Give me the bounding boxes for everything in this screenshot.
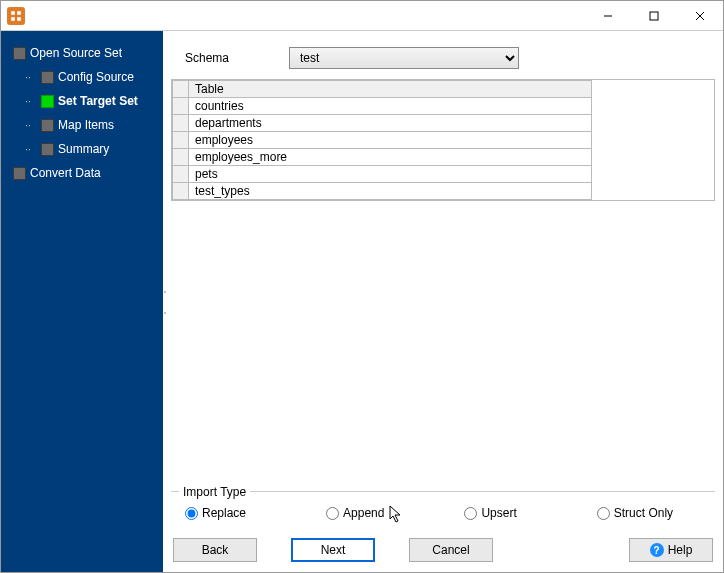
maximize-button[interactable] <box>631 1 677 31</box>
window-titlebar <box>1 1 723 31</box>
close-button[interactable] <box>677 1 723 31</box>
table-row[interactable]: pets <box>173 166 592 183</box>
sidebar-item-open-source-set[interactable]: Open Source Set <box>1 41 163 65</box>
row-header[interactable] <box>173 166 189 183</box>
row-header[interactable] <box>173 149 189 166</box>
sidebar-item-label: Summary <box>58 142 109 156</box>
import-type-radio[interactable] <box>326 507 339 520</box>
sidebar-item-label: Set Target Set <box>58 94 138 108</box>
table-row[interactable]: employees_more <box>173 149 592 166</box>
import-type-radio[interactable] <box>185 507 198 520</box>
import-type-group: Import Type ReplaceAppendUpsertStruct On… <box>171 491 715 530</box>
tables-grid[interactable]: Table countriesdepartmentsemployeesemplo… <box>171 79 715 201</box>
wizard-sidebar: Open Source Set··Config Source··Set Targ… <box>1 31 163 572</box>
minimize-button[interactable] <box>585 1 631 31</box>
sidebar-item-label: Config Source <box>58 70 134 84</box>
app-icon <box>7 7 25 25</box>
import-type-radio-label: Replace <box>202 506 246 520</box>
row-header[interactable] <box>173 132 189 149</box>
import-type-radio-label: Struct Only <box>614 506 673 520</box>
table-cell[interactable]: test_types <box>189 183 592 200</box>
svg-rect-0 <box>11 11 15 15</box>
svg-rect-2 <box>11 17 15 21</box>
next-button[interactable]: Next <box>291 538 375 562</box>
import-type-option-struct-only[interactable]: Struct Only <box>597 506 673 520</box>
row-header[interactable] <box>173 183 189 200</box>
step-node-icon <box>41 95 54 108</box>
sidebar-item-config-source[interactable]: ··Config Source <box>1 65 163 89</box>
sidebar-item-map-items[interactable]: ··Map Items <box>1 113 163 137</box>
import-type-radio[interactable] <box>464 507 477 520</box>
sidebar-item-label: Convert Data <box>30 166 101 180</box>
table-cell[interactable]: departments <box>189 115 592 132</box>
wizard-button-row: Back Next Cancel ? Help <box>163 530 723 572</box>
svg-rect-1 <box>17 11 21 15</box>
sidebar-item-summary[interactable]: ··Summary <box>1 137 163 161</box>
cancel-button[interactable]: Cancel <box>409 538 493 562</box>
sidebar-item-label: Open Source Set <box>30 46 122 60</box>
table-row[interactable]: employees <box>173 132 592 149</box>
grid-header-table[interactable]: Table <box>189 81 592 98</box>
help-button[interactable]: ? Help <box>629 538 713 562</box>
schema-label: Schema <box>185 51 229 65</box>
splitter-handle[interactable] <box>163 31 167 572</box>
schema-select[interactable]: test <box>289 47 519 69</box>
import-type-radio-label: Append <box>343 506 384 520</box>
table-row[interactable]: countries <box>173 98 592 115</box>
row-header[interactable] <box>173 98 189 115</box>
svg-rect-3 <box>17 17 21 21</box>
help-icon: ? <box>650 543 664 557</box>
step-node-icon <box>41 119 54 132</box>
step-node-icon <box>41 143 54 156</box>
sidebar-item-convert-data[interactable]: Convert Data <box>1 161 163 185</box>
table-cell[interactable]: pets <box>189 166 592 183</box>
table-cell[interactable]: employees_more <box>189 149 592 166</box>
import-type-option-replace[interactable]: Replace <box>185 506 246 520</box>
import-type-legend: Import Type <box>179 485 250 499</box>
import-type-option-append[interactable]: Append <box>326 506 384 520</box>
step-node-icon <box>13 47 26 60</box>
step-node-icon <box>13 167 26 180</box>
table-row[interactable]: test_types <box>173 183 592 200</box>
grid-corner <box>173 81 189 98</box>
back-button[interactable]: Back <box>173 538 257 562</box>
sidebar-item-label: Map Items <box>58 118 114 132</box>
row-header[interactable] <box>173 115 189 132</box>
svg-rect-5 <box>650 12 658 20</box>
step-node-icon <box>41 71 54 84</box>
import-type-option-upsert[interactable]: Upsert <box>464 506 516 520</box>
table-cell[interactable]: countries <box>189 98 592 115</box>
sidebar-item-set-target-set[interactable]: ··Set Target Set <box>1 89 163 113</box>
table-cell[interactable]: employees <box>189 132 592 149</box>
import-type-radio-label: Upsert <box>481 506 516 520</box>
help-button-label: Help <box>668 543 693 557</box>
table-row[interactable]: departments <box>173 115 592 132</box>
import-type-radio[interactable] <box>597 507 610 520</box>
